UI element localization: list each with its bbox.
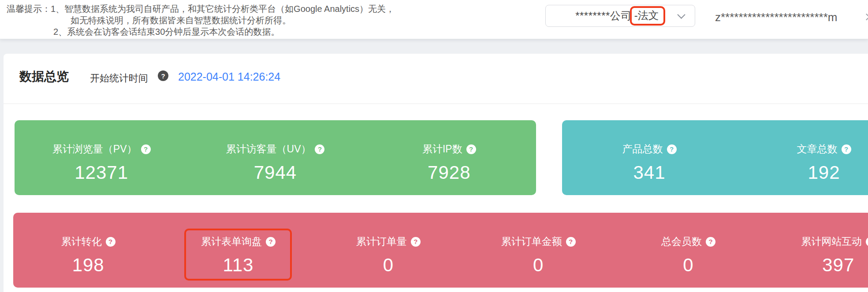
help-icon[interactable] <box>706 237 715 247</box>
help-icon[interactable] <box>411 237 421 247</box>
help-icon[interactable] <box>566 237 576 247</box>
stat-value: 0 <box>383 255 394 276</box>
notice-line: 2、系统会在访客会话结束30分钟后显示本次会话的数据。 <box>7 26 395 37</box>
stat-label: 累计浏览量（PV） <box>52 142 137 156</box>
stat-label: 累计订单量 <box>356 235 407 248</box>
divider <box>4 103 868 104</box>
stat-label: 累计订单金额 <box>501 235 562 248</box>
stat-value: 7944 <box>254 162 297 183</box>
stat-label: 累计访客量（UV） <box>226 142 311 156</box>
stat-label: 文章总数 <box>797 142 838 156</box>
stat-value: 397 <box>822 255 854 276</box>
stat-item-form-inquiries: 累计表单询盘 113 <box>163 213 313 288</box>
stat-value: 0 <box>683 255 693 276</box>
help-icon[interactable] <box>466 144 476 154</box>
company-select-value: ********公司 <box>575 9 632 23</box>
stat-label: 累计网站互动 <box>801 235 862 248</box>
data-overview-panel: 数据总览 开始统计时间 2022-04-01 14:26:24 累计浏览量（PV… <box>4 54 868 292</box>
help-icon[interactable] <box>158 70 168 81</box>
notice-line: 如无特殊说明，所有数据皆来自智慧数据统计分析所得。 <box>7 15 395 26</box>
stat-item-members: 总会员数 0 <box>613 213 763 288</box>
stat-item-conversions: 累计转化 198 <box>13 213 163 288</box>
stat-label: 总会员数 <box>661 235 702 248</box>
stat-label: 累计表单询盘 <box>201 235 262 248</box>
stat-label: 累计转化 <box>61 235 102 248</box>
traffic-stats-card: 累计浏览量（PV） 12371 累计访客量（UV） 7944 累计IP数 792… <box>15 120 536 195</box>
notice-line: 温馨提示：1、智慧数据系统为我司自研产品，和其它统计分析类平台（如Google … <box>7 3 395 15</box>
help-icon[interactable] <box>866 237 868 247</box>
chevron-down-icon <box>677 11 685 18</box>
help-icon[interactable] <box>667 144 677 154</box>
stat-value: 12371 <box>75 162 128 183</box>
company-select-dropdown[interactable]: ********公司 -法文 <box>545 5 695 27</box>
conversion-stats-card: 累计转化 198 累计表单询盘 113 累计订单量 0 累计订单金额 <box>13 213 868 288</box>
stat-item-orders: 累计订单量 0 <box>313 213 463 288</box>
content-stats-card: 产品总数 341 文章总数 192 <box>562 120 868 195</box>
stat-item-ip: 累计IP数 7928 <box>362 120 536 195</box>
stat-value: 0 <box>533 255 544 276</box>
stat-value: 7928 <box>428 162 470 183</box>
start-time-value: 2022-04-01 14:26:24 <box>178 70 280 83</box>
stat-item-uv: 累计访客量（UV） 7944 <box>188 120 362 195</box>
help-icon[interactable] <box>842 144 851 154</box>
stat-item-articles: 文章总数 192 <box>737 120 868 195</box>
stat-label: 产品总数 <box>622 142 663 156</box>
stat-value: 341 <box>633 162 665 183</box>
stat-label: 累计IP数 <box>422 142 462 156</box>
stat-item-order-amount: 累计订单金额 0 <box>463 213 613 288</box>
right-edge-chevron-icon <box>863 14 868 21</box>
stat-item-site-interactions: 累计网站互动 397 <box>764 213 868 288</box>
page-title: 数据总览 <box>19 68 69 85</box>
start-time-label: 开始统计时间 <box>90 72 148 85</box>
stat-item-products: 产品总数 341 <box>562 120 737 195</box>
user-email-masked: z************************m <box>715 11 838 24</box>
help-icon[interactable] <box>106 237 115 247</box>
help-icon[interactable] <box>141 144 151 154</box>
stat-value: 113 <box>223 255 254 276</box>
top-notice-bar: 温馨提示：1、智慧数据系统为我司自研产品，和其它统计分析类平台（如Google … <box>0 0 868 39</box>
help-icon[interactable] <box>315 144 324 154</box>
system-notice: 温馨提示：1、智慧数据系统为我司自研产品，和其它统计分析类平台（如Google … <box>7 3 395 37</box>
stat-value: 192 <box>808 162 840 183</box>
help-icon[interactable] <box>266 237 276 247</box>
stat-value: 198 <box>72 255 104 276</box>
stat-item-pv: 累计浏览量（PV） 12371 <box>15 120 188 195</box>
annotation-box-company-lang: -法文 <box>630 6 665 26</box>
